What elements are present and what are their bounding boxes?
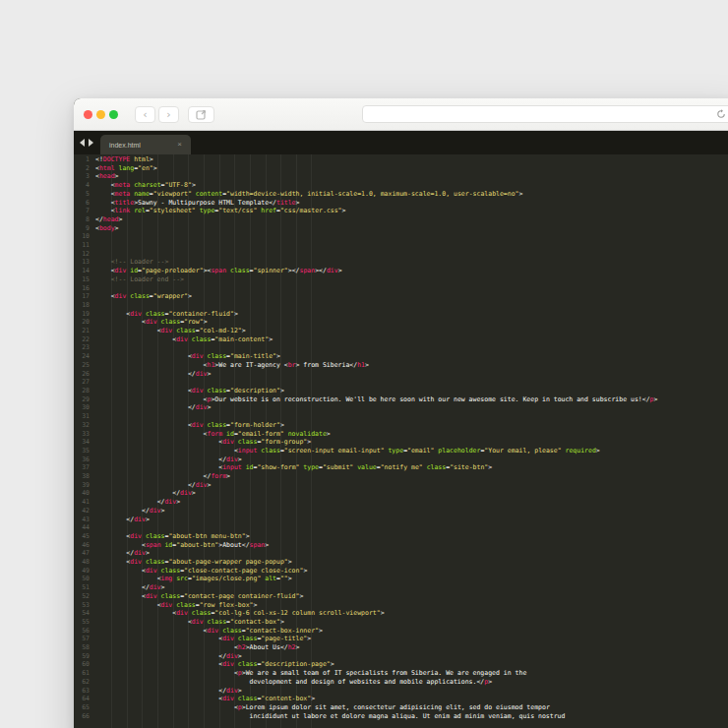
line-number: 65 (74, 703, 95, 712)
code-line: 60 <div class="description-page"> (74, 660, 728, 669)
code-line-text: <div class="container-fluid"> (95, 310, 238, 319)
line-number: 27 (74, 378, 95, 387)
code-line-text: <div class="content-box"> (95, 695, 315, 703)
line-number: 50 (74, 575, 95, 583)
line-number: 31 (74, 412, 95, 421)
code-line: 45 <div class="about-btn menu-btn"> (74, 532, 728, 541)
code-line-text: </div> (95, 507, 164, 516)
code-line-text: <p>Our website is on reconstruction. We'… (95, 395, 657, 404)
code-line: 59 </div> (74, 652, 728, 661)
code-line-text: <div class="contact-box"> (95, 618, 284, 627)
tab-scroll-left-icon[interactable] (80, 139, 85, 147)
code-line-text: <h1>We are IT-agency <br> from Siberia</… (95, 361, 369, 370)
line-number: 17 (74, 292, 95, 301)
back-button[interactable]: ‹ (135, 106, 155, 123)
code-line: 33 <form id="email-form" novalidate> (74, 430, 728, 439)
line-number: 32 (74, 421, 95, 430)
code-line-text: <input id="show-form" type="submit" valu… (95, 463, 492, 472)
minimize-button[interactable] (96, 110, 105, 119)
line-number: 12 (74, 250, 95, 259)
code-line-text: </div> (95, 403, 211, 412)
code-line-text: incididunt ut labore et dolore magna ali… (95, 712, 565, 721)
code-line: 13 <!-- Loader --> (74, 258, 728, 267)
line-number: 63 (74, 687, 95, 696)
code-line: 19 <div class="container-fluid"> (74, 310, 728, 319)
browser-window: ‹ › in (74, 98, 728, 728)
chevron-left-icon: ‹ (143, 108, 147, 121)
tab-close-icon[interactable]: × (177, 141, 182, 149)
code-line-text: <html lang="en"> (95, 164, 157, 173)
code-line-text: <div class="contact-page container-fluid… (95, 592, 303, 601)
line-number: 16 (74, 284, 95, 293)
code-line-text: <div id="page-preloader"><span class="sp… (95, 267, 342, 275)
line-number: 14 (74, 267, 95, 275)
line-number: 40 (74, 489, 95, 498)
code-line-text: <div class="close-contact-page close-ico… (95, 567, 307, 576)
line-number: 20 (74, 318, 95, 327)
line-number: 46 (74, 541, 95, 550)
code-line-text: <!DOCTYPE html> (95, 155, 153, 164)
code-line: 58 <h2>About Us</h2> (74, 643, 728, 652)
code-line-text: <div class="about-btn menu-btn"> (95, 532, 250, 541)
forward-button[interactable]: › (158, 106, 179, 123)
code-line: 9<body> (74, 224, 728, 233)
line-number: 25 (74, 361, 95, 370)
code-line-text: </div> (95, 583, 164, 592)
code-line: 41 </div> (74, 498, 728, 507)
tab-index-html[interactable]: index.html × (100, 135, 191, 154)
line-number: 1 (74, 155, 95, 164)
line-number: 41 (74, 498, 95, 507)
zoom-button[interactable] (109, 110, 118, 119)
address-input[interactable] (369, 108, 716, 120)
line-number: 11 (74, 241, 95, 250)
new-tab-button[interactable] (188, 106, 214, 123)
code-line: 61 <p>We are a small team of IT speciali… (74, 669, 728, 678)
code-line-text: <div class="col-lg-6 col-xs-12 column sc… (95, 609, 385, 618)
line-number: 45 (74, 532, 95, 541)
code-line: 21 <div class="col-md-12"> (74, 327, 728, 335)
code-line: 2<html lang="en"> (74, 164, 728, 173)
code-line: 23 (74, 343, 728, 352)
code-line: 63 </div> (74, 687, 728, 696)
code-line-text: <div class="about-page-wrapper page-popu… (95, 558, 292, 567)
line-number: 36 (74, 455, 95, 464)
close-button[interactable] (84, 110, 92, 119)
code-line: 20 <div class="row"> (74, 318, 728, 327)
code-line-text: </div> (95, 455, 242, 464)
code-line: 62 development and design of websites an… (74, 678, 728, 687)
code-line-text: <meta name="viewport" content="width=dev… (95, 190, 522, 199)
code-line-text: <body> (95, 224, 119, 233)
line-number: 7 (74, 207, 95, 215)
line-number: 64 (74, 695, 95, 703)
code-line: 56 <div class="contact-box-inner"> (74, 627, 728, 636)
code-line: 8</head> (74, 215, 728, 224)
code-line: 48 <div class="about-page-wrapper page-p… (74, 558, 728, 567)
code-area[interactable]: 1<!DOCTYPE html>2<html lang="en">3<head>… (74, 154, 728, 728)
code-line: 7 <link rel="stylesheet" type="text/css"… (74, 207, 728, 215)
code-line: 1<!DOCTYPE html> (74, 155, 728, 164)
line-number: 33 (74, 430, 95, 439)
code-line-text: <h2>About Us</h2> (95, 643, 299, 652)
code-line: 16 (74, 284, 728, 293)
chevron-right-icon: › (166, 108, 170, 121)
line-number: 23 (74, 343, 95, 352)
code-line-text: </div> (95, 370, 211, 379)
line-number: 3 (74, 172, 95, 181)
code-line-text: <p>Lorem ipsum dolor sit amet, consectet… (95, 703, 550, 712)
reload-icon[interactable] (716, 109, 726, 119)
code-line: 37 <input id="show-form" type="submit" v… (74, 463, 728, 472)
tab-scroll-right-icon[interactable] (89, 139, 93, 147)
code-line-text: <head> (95, 172, 119, 181)
line-number: 42 (74, 507, 95, 516)
code-line: 54 <div class="col-lg-6 col-xs-12 column… (74, 609, 728, 618)
line-number: 60 (74, 660, 95, 669)
code-line: 6 <title>Sawny - Multipurpose HTML Templ… (74, 199, 728, 208)
code-line: 39 </div> (74, 481, 728, 490)
code-line-text: <div class="description-page"> (95, 660, 334, 669)
code-line-text: </div> (95, 481, 211, 490)
code-line: 42 </div> (74, 507, 728, 516)
code-line: 52 <div class="contact-page container-fl… (74, 592, 728, 601)
code-lines: 1<!DOCTYPE html>2<html lang="en">3<head>… (74, 154, 728, 720)
code-line-text: <!-- Loader end --> (95, 275, 184, 284)
code-line: 26 </div> (74, 370, 728, 379)
